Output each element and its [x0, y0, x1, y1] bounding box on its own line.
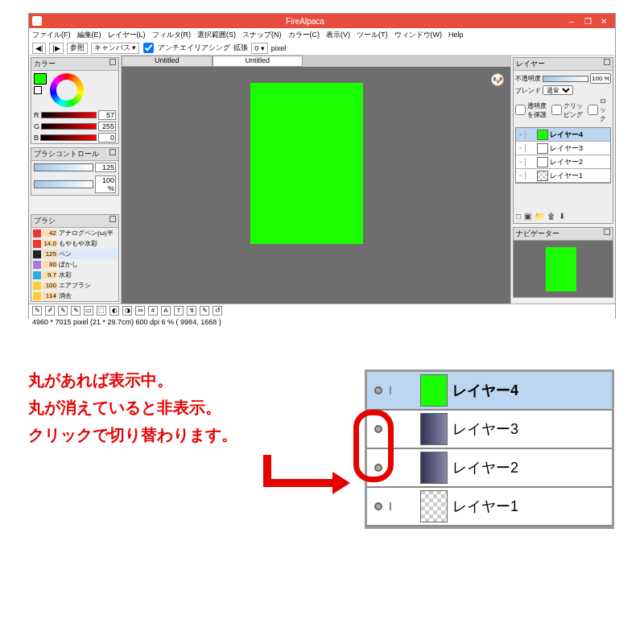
close-button[interactable]: ✕ [596, 17, 612, 26]
rgb-slider[interactable] [41, 123, 97, 130]
brush-item[interactable]: 114消去 [31, 291, 118, 301]
layer-row[interactable]: ◦レイヤー1 [516, 169, 610, 183]
minimize-button[interactable]: – [564, 17, 580, 26]
menu-item[interactable]: Help [448, 31, 464, 39]
menu-item[interactable]: ウィンドウ(W) [394, 30, 443, 40]
document-tab[interactable]: Untitled [213, 56, 303, 67]
reference-button[interactable]: 参照 [67, 43, 88, 54]
lock-checkbox[interactable] [588, 105, 598, 115]
panel-menu-icon[interactable] [109, 59, 116, 65]
menu-item[interactable]: ファイル(F) [32, 30, 71, 40]
layer-row[interactable]: ◦レイヤー4 [516, 128, 610, 142]
tool-button[interactable]: A [161, 306, 171, 316]
rgb-value[interactable]: 57 [98, 110, 116, 120]
opacity-value[interactable] [590, 73, 611, 84]
visibility-toggle[interactable] [367, 502, 391, 510]
brush-name: 水彩 [59, 270, 72, 279]
menu-item[interactable]: カラー(C) [288, 30, 320, 40]
brush-slider-value[interactable]: 100 % [95, 175, 116, 193]
visibility-toggle[interactable]: ◦ [516, 171, 526, 180]
anno-layer-row[interactable]: レイヤー1 [367, 488, 612, 526]
canvas-area[interactable]: UntitledUntitled 🐶 [122, 56, 510, 303]
brush-color-icon [33, 240, 41, 248]
nav-back-button[interactable]: ◀| [32, 43, 46, 54]
avatar-icon[interactable]: 🐶 [491, 73, 504, 86]
protect-alpha-checkbox[interactable] [515, 105, 526, 115]
antialias-checkbox[interactable] [143, 43, 154, 53]
tool-button[interactable]: ⬚ [97, 306, 106, 316]
visibility-toggle[interactable] [367, 386, 391, 394]
layer-op-button[interactable]: ▣ [524, 212, 531, 221]
menu-item[interactable]: フィルタ(R) [152, 30, 192, 40]
menu-item[interactable]: 表示(V) [326, 30, 350, 40]
layer-row[interactable]: ◦レイヤー3 [516, 142, 610, 155]
tool-button[interactable]: ✎ [200, 306, 209, 316]
tool-button[interactable]: ◐ [109, 306, 119, 316]
panel-menu-icon[interactable] [109, 149, 116, 155]
extend-value[interactable]: 0 ▾ [251, 43, 268, 54]
tool-button[interactable]: ↺ [213, 306, 222, 316]
document-canvas[interactable] [250, 83, 363, 244]
color-wheel[interactable] [50, 73, 84, 107]
brush-slider[interactable] [34, 163, 93, 171]
rgb-value[interactable]: 255 [98, 122, 116, 131]
brush-item[interactable]: 125ペン [31, 249, 118, 259]
tool-button[interactable]: ↯ [187, 306, 196, 316]
panel-menu-icon[interactable] [604, 229, 610, 235]
anno-layer-row[interactable]: レイヤー4 [367, 372, 612, 411]
status-bar: 4960 * 7015 pixel (21 * 29.7cm) 600 dpi … [29, 316, 615, 328]
titlebar[interactable]: FireAlpaca – ❐ ✕ [29, 14, 615, 28]
rgb-label: G [34, 122, 39, 130]
brush-color-icon [33, 250, 41, 258]
tool-button[interactable]: ✎ [32, 306, 42, 316]
maximize-button[interactable]: ❐ [580, 17, 596, 26]
blend-select[interactable]: 通常 [543, 85, 573, 95]
brush-slider[interactable] [34, 180, 93, 188]
tool-button[interactable]: ✐ [45, 306, 55, 316]
tool-button[interactable]: ✎ [58, 306, 68, 316]
layer-op-button[interactable]: □ [516, 212, 521, 221]
rgb-slider[interactable] [40, 134, 97, 141]
visibility-toggle[interactable]: ◦ [516, 130, 526, 138]
visibility-toggle[interactable]: ◦ [516, 158, 526, 166]
tool-button[interactable]: ⇔ [135, 306, 145, 316]
color-swatch[interactable] [34, 73, 47, 107]
brush-item[interactable]: 42アナログペン(ω)平 [31, 228, 118, 238]
annotation-circle [353, 410, 394, 482]
document-tab[interactable]: Untitled [122, 56, 213, 67]
layer-op-button[interactable]: 🗑 [547, 212, 555, 221]
layer-op-button[interactable]: ⬇ [559, 212, 565, 221]
menu-item[interactable]: レイヤー(L) [108, 30, 146, 40]
panel-menu-icon[interactable] [604, 59, 610, 65]
rgb-value[interactable]: 0 [98, 133, 116, 142]
opacity-slider[interactable] [543, 76, 588, 82]
brush-item[interactable]: 80ぼかし [31, 259, 118, 270]
tool-button[interactable]: ✎ [71, 306, 80, 316]
brush-item[interactable]: 14.0もやもや水彩 [31, 238, 118, 249]
option-toolbar: ◀| |▶ 参照 キャンバス ▾ アンチエイリアシング 拡張 0 ▾ pixel [29, 41, 615, 56]
brush-slider-value[interactable]: 125 [95, 163, 116, 172]
anno-layer-row[interactable]: レイヤー3 [367, 411, 612, 449]
rgb-slider[interactable] [41, 112, 97, 118]
navigator-view[interactable] [514, 241, 613, 297]
menu-item[interactable]: スナップ(N) [242, 30, 282, 40]
menu-item[interactable]: 選択範囲(S) [197, 30, 236, 40]
nav-forward-button[interactable]: |▶ [49, 43, 63, 54]
menu-item[interactable]: 編集(E) [77, 30, 101, 40]
layer-row[interactable]: ◦レイヤー2 [516, 155, 610, 169]
tool-button[interactable]: # [148, 306, 158, 316]
anno-layer-row[interactable]: レイヤー2 [367, 449, 612, 488]
panel-menu-icon[interactable] [109, 216, 116, 222]
layer-name: レイヤー3 [452, 419, 518, 439]
brush-item[interactable]: 9.7水彩 [31, 270, 118, 280]
canvas-select[interactable]: キャンバス ▾ [91, 43, 140, 54]
menu-item[interactable]: ツール(T) [357, 30, 388, 40]
visibility-toggle[interactable]: ◦ [516, 144, 526, 152]
layer-op-button[interactable]: 📁 [535, 212, 544, 221]
tool-button[interactable]: ▭ [84, 306, 93, 316]
tool-button[interactable]: T [174, 306, 184, 316]
brush-color-icon [33, 229, 41, 237]
brush-item[interactable]: 100エアブラシ [31, 280, 118, 291]
tool-button[interactable]: ◑ [122, 306, 132, 316]
clipping-checkbox[interactable] [551, 105, 562, 115]
